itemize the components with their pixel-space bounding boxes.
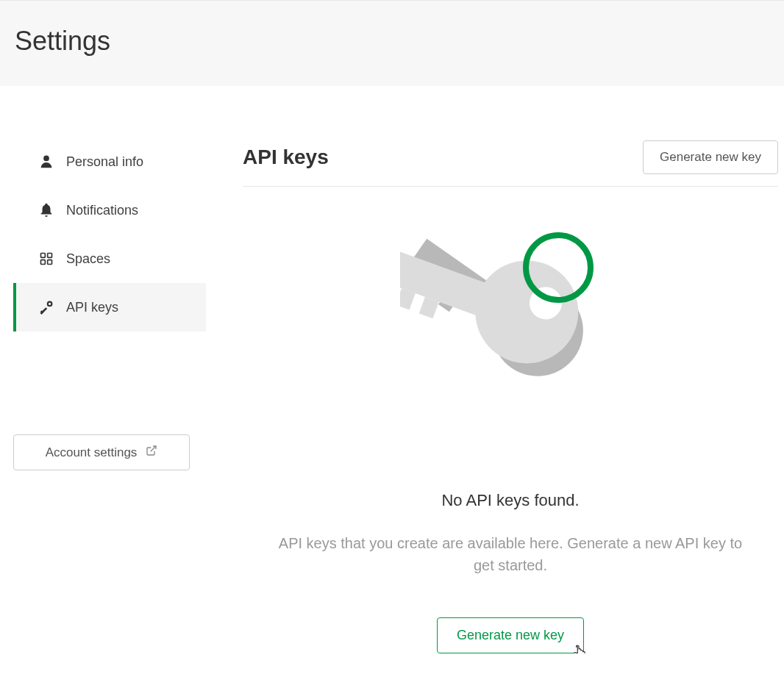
empty-state: No API keys found. API keys that you cre… — [243, 187, 778, 653]
content: Personal info Notifications — [0, 86, 784, 653]
sidebar-item-notifications[interactable]: Notifications — [13, 186, 206, 234]
account-settings-button[interactable]: Account settings — [13, 434, 190, 470]
key-icon — [38, 299, 54, 315]
generate-new-key-button-top[interactable]: Generate new key — [643, 140, 778, 174]
sidebar-item-label: API keys — [66, 300, 118, 315]
person-icon — [38, 154, 54, 170]
svg-line-9 — [151, 446, 156, 451]
main-header: API keys Generate new key — [243, 137, 778, 187]
page-title: Settings — [15, 26, 769, 57]
svg-point-0 — [43, 156, 49, 162]
section-title: API keys — [243, 146, 329, 169]
account-settings-label: Account settings — [46, 445, 138, 460]
bell-icon — [38, 202, 54, 218]
svg-rect-2 — [48, 254, 52, 258]
svg-rect-1 — [41, 254, 46, 258]
sidebar-item-spaces[interactable]: Spaces — [13, 234, 206, 283]
sidebar-item-api-keys[interactable]: API keys — [13, 283, 206, 331]
cursor-hand-icon — [571, 645, 588, 653]
empty-state-title: No API keys found. — [441, 491, 579, 510]
svg-rect-3 — [41, 260, 46, 265]
empty-state-description: API keys that you create are available h… — [275, 532, 746, 576]
generate-new-key-button-center[interactable]: Generate new key — [437, 617, 584, 653]
keys-illustration — [400, 231, 621, 473]
main-content: API keys Generate new key — [206, 137, 784, 653]
sidebar-item-label: Spaces — [66, 251, 110, 267]
sidebar-item-personal-info[interactable]: Personal info — [13, 137, 206, 186]
sidebar-item-label: Notifications — [66, 203, 138, 218]
grid-icon — [38, 251, 54, 267]
generate-new-key-label: Generate new key — [457, 628, 564, 642]
external-link-icon — [146, 445, 157, 460]
page-header: Settings — [0, 0, 784, 86]
sidebar-item-label: Personal info — [66, 154, 143, 170]
nav-items: Personal info Notifications — [13, 137, 206, 331]
svg-point-6 — [49, 303, 51, 305]
svg-rect-4 — [48, 260, 52, 265]
sidebar: Personal info Notifications — [0, 137, 206, 653]
